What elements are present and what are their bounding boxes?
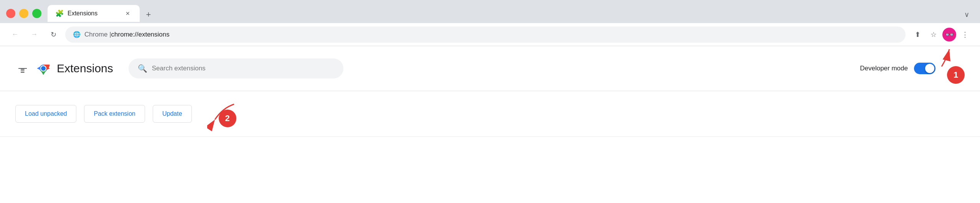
tab-expand-button[interactable]: ∨: [959, 7, 974, 22]
address-bar[interactable]: 🌐 Chrome | chrome://extensions: [65, 27, 906, 43]
new-tab-icon: +: [146, 10, 151, 20]
annotation-arrow-1: [930, 45, 953, 68]
menu-button[interactable]: ⋮: [958, 27, 972, 42]
close-button[interactable]: [6, 9, 15, 18]
tab-close-button[interactable]: ✕: [124, 9, 132, 18]
toolbar-actions: ⬆ ☆ 👓 ⋮: [910, 27, 972, 42]
minimize-button[interactable]: [19, 9, 28, 18]
search-box[interactable]: 🔍: [129, 58, 343, 78]
url-domain: Chrome |: [84, 31, 111, 38]
svg-point-4: [41, 66, 46, 71]
reload-button[interactable]: ↻: [46, 27, 61, 42]
profile-icon: 👓: [945, 30, 954, 39]
profile-avatar[interactable]: 👓: [942, 28, 956, 42]
tab-puzzle-icon: 🧩: [55, 9, 64, 18]
new-tab-button[interactable]: +: [141, 7, 156, 22]
title-bar: 🧩 Extensions ✕ + ∨: [0, 0, 980, 23]
extensions-tab[interactable]: 🧩 Extensions ✕: [48, 5, 140, 22]
maximize-button[interactable]: [32, 9, 41, 18]
address-bar-row: ← → ↻ 🌐 Chrome | chrome://extensions ⬆ ☆…: [0, 23, 980, 46]
site-favicon: 🌐: [73, 31, 81, 38]
developer-mode-label: Developer mode: [860, 65, 908, 72]
browser-window: 🧩 Extensions ✕ + ∨ ← → ↻ 🌐 Chrome | chro: [0, 0, 980, 203]
url-path: chrome://extensions: [111, 31, 170, 38]
more-icon: ⋮: [962, 30, 968, 39]
star-icon: ☆: [931, 30, 937, 39]
developer-mode-area: Developer mode 1: [860, 57, 965, 80]
search-input[interactable]: [152, 65, 334, 72]
forward-icon: →: [31, 30, 38, 38]
page-title: Extensions: [57, 62, 113, 75]
extensions-header: ☰: [0, 46, 980, 91]
hamburger-icon: ☰: [18, 68, 27, 69]
reload-icon: ↻: [51, 30, 56, 39]
chevron-down-icon: ∨: [964, 10, 969, 19]
tab-title: Extensions: [68, 10, 97, 17]
back-button[interactable]: ←: [8, 27, 22, 42]
tabs-area: 🧩 Extensions ✕ + ∨: [48, 5, 974, 22]
bookmark-button[interactable]: ☆: [926, 27, 941, 42]
load-unpacked-button[interactable]: Load unpacked: [15, 105, 76, 123]
back-icon: ←: [12, 30, 18, 38]
url-text: Chrome | chrome://extensions: [84, 31, 170, 38]
annotation-badge-1: 1: [947, 66, 965, 84]
chrome-logo: [36, 61, 51, 76]
share-button[interactable]: ⬆: [910, 27, 925, 42]
annotation-badge-2: 2: [219, 110, 236, 127]
action-buttons-row: Load unpacked Pack extension Update 2: [0, 91, 980, 137]
window-controls: [6, 9, 41, 18]
page-body: ☰: [0, 46, 980, 203]
update-button[interactable]: Update: [153, 105, 192, 123]
hamburger-menu-button[interactable]: ☰: [15, 65, 30, 72]
forward-button[interactable]: →: [27, 27, 41, 42]
share-icon: ⬆: [915, 30, 921, 39]
pack-extension-button[interactable]: Pack extension: [84, 105, 145, 123]
search-icon: 🔍: [138, 64, 147, 73]
